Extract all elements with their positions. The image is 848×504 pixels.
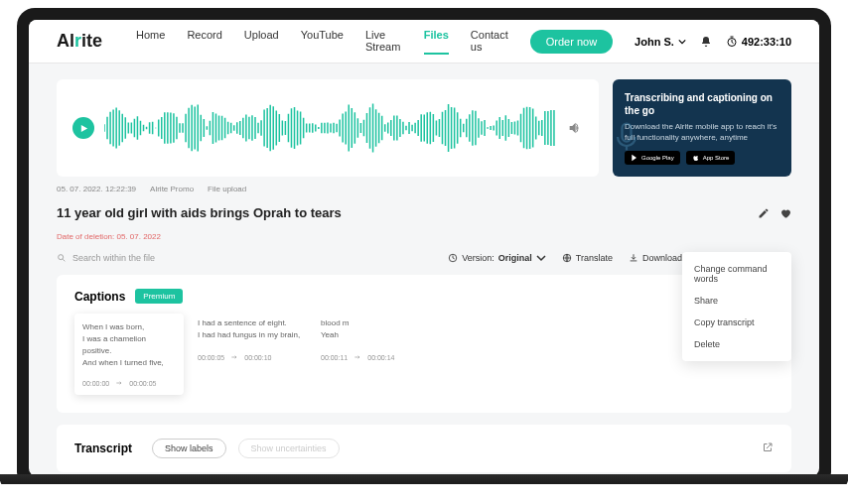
arrow-right-icon — [353, 353, 361, 361]
nav-upload[interactable]: Upload — [244, 29, 279, 55]
promo-title: Transcribing and captioning on the go — [625, 91, 779, 117]
play-button[interactable] — [72, 117, 94, 139]
caption-times: 00:00:11 00:00:14 — [321, 353, 430, 361]
play-icon — [79, 124, 88, 133]
show-labels-toggle[interactable]: Show labels — [152, 439, 226, 458]
download-icon — [629, 253, 638, 263]
stopwatch-icon — [726, 36, 738, 48]
user-name: John S. — [635, 36, 674, 48]
nav-record[interactable]: Record — [187, 29, 221, 55]
arrow-right-icon — [230, 353, 238, 361]
globe-icon — [562, 253, 572, 263]
brand-logo[interactable]: Alrite — [57, 31, 102, 52]
nav-live-stream[interactable]: Live Stream — [365, 29, 402, 55]
topbar-right: John S. 492:33:10 — [635, 36, 791, 48]
menu-share[interactable]: Share — [682, 290, 791, 312]
order-now-button[interactable]: Order now — [530, 30, 613, 54]
caption-text: When I was born,I was a chamelion positi… — [82, 321, 176, 369]
chevron-down-icon — [536, 253, 546, 263]
file-meta: 05. 07. 2022. 12:22:39 Alrite Promo File… — [57, 185, 791, 193]
app-store-badge[interactable]: App Store — [686, 151, 736, 165]
time-credit: 492:33:10 — [726, 36, 791, 48]
show-uncertainties-toggle[interactable]: Show uncertainties — [238, 439, 340, 458]
premium-badge: Premium — [135, 289, 183, 304]
microphone-icon — [609, 119, 644, 155]
search-input[interactable]: Search within the file — [57, 253, 432, 263]
caption-times: 00:00:00 00:00:05 — [82, 379, 176, 387]
edit-title-icon[interactable] — [758, 207, 770, 219]
open-external-icon[interactable] — [762, 440, 774, 457]
more-context-menu: Change command words Share Copy transcri… — [682, 252, 791, 361]
arrow-right-icon — [115, 379, 123, 387]
translate-button[interactable]: Translate — [562, 253, 613, 263]
deletion-date: Date of deletion: 05. 07. 2022 — [57, 232, 791, 241]
top-nav-bar: Alrite Home Record Upload YouTube Live S… — [29, 20, 819, 63]
nav-contact[interactable]: Contact us — [471, 29, 508, 55]
promo-body: Download the Alrite mobile app to reach … — [625, 121, 779, 143]
apple-icon — [692, 154, 700, 162]
file-title: 11 year old girl with aids brings Oprah … — [57, 205, 748, 220]
caption-card[interactable]: blood mYeah 00:00:11 00:00:14 — [321, 317, 430, 395]
bell-icon[interactable] — [700, 36, 712, 48]
laptop-frame: Alrite Home Record Upload YouTube Live S… — [17, 8, 831, 476]
captions-section: Captions Premium When I was born,I was a… — [57, 275, 791, 413]
nav-home[interactable]: Home — [136, 29, 165, 55]
captions-heading: Captions — [74, 290, 125, 304]
meta-date: 05. 07. 2022. 12:22:39 — [57, 185, 136, 193]
menu-delete[interactable]: Delete — [682, 333, 791, 355]
menu-copy-transcript[interactable]: Copy transcript — [682, 312, 791, 333]
caption-text: I had a sentence of eight.I had had fung… — [198, 317, 307, 343]
caption-text: blood mYeah — [321, 317, 430, 343]
waveform[interactable]: placeholder — [104, 102, 557, 154]
history-icon — [448, 253, 458, 263]
nav-files[interactable]: Files — [424, 29, 449, 55]
svg-rect-151 — [623, 124, 632, 142]
promo-card: Transcribing and captioning on the go Do… — [613, 79, 791, 177]
file-toolbar: Search within the file Version: Original… — [57, 253, 791, 263]
search-icon — [57, 253, 67, 263]
version-dropdown[interactable]: Version: Original — [448, 253, 546, 263]
main-nav: Home Record Upload YouTube Live Stream F… — [136, 29, 508, 55]
transcript-heading: Transcript — [74, 441, 132, 455]
meta-source: File upload — [208, 185, 246, 193]
page-content: placeholder Transcribing and captioning … — [29, 63, 819, 476]
caption-list: When I was born,I was a chamelion positi… — [74, 317, 774, 395]
menu-change-command-words[interactable]: Change command words — [682, 258, 791, 290]
audio-player-card: placeholder — [57, 79, 599, 177]
caption-card[interactable]: When I was born,I was a chamelion positi… — [74, 314, 184, 395]
meta-owner: Alrite Promo — [150, 185, 194, 193]
transcript-section: Transcript Show labels Show uncertaintie… — [57, 425, 791, 472]
play-store-icon — [631, 154, 638, 162]
nav-youtube[interactable]: YouTube — [301, 29, 344, 55]
favorite-icon[interactable] — [779, 207, 791, 219]
svg-point-152 — [59, 255, 64, 260]
chevron-down-icon — [678, 38, 686, 46]
user-menu-toggle[interactable]: John S. — [635, 36, 686, 48]
caption-times: 00:00:05 00:00:10 — [198, 353, 307, 361]
app-screen: Alrite Home Record Upload YouTube Live S… — [29, 20, 819, 476]
volume-icon[interactable] — [567, 120, 583, 136]
caption-card[interactable]: I had a sentence of eight.I had had fung… — [198, 317, 307, 395]
